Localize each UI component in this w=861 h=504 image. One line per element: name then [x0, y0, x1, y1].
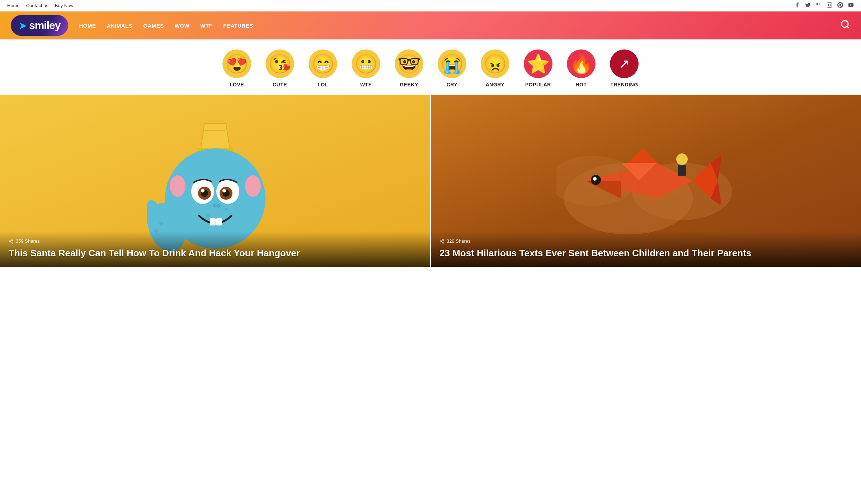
- svg-point-25: [213, 204, 216, 208]
- nav-wtf[interactable]: WTF: [200, 23, 212, 29]
- hero-left-title: This Santa Really Can Tell How To Drink …: [9, 247, 422, 260]
- svg-point-26: [216, 204, 220, 208]
- svg-point-32: [159, 222, 164, 226]
- hero-right-shares-count: 329 Shares: [447, 238, 471, 244]
- svg-point-2: [828, 4, 830, 6]
- svg-point-34: [12, 239, 13, 241]
- hero-left-shares-count: 359 Shares: [16, 238, 40, 244]
- pinterest-icon[interactable]: [837, 2, 843, 9]
- svg-point-36: [12, 242, 13, 243]
- svg-line-38: [10, 240, 12, 241]
- hero-right-overlay: 329 Shares 23 Most Hilarious Texts Ever …: [431, 231, 861, 267]
- hero-right-title: 23 Most Hilarious Texts Ever Sent Betwee…: [439, 247, 852, 260]
- svg-point-13: [206, 214, 211, 219]
- hero-card-left[interactable]: 359 Shares This Santa Really Can Tell Ho…: [0, 95, 431, 267]
- paper-fish-illustration: [556, 127, 736, 234]
- search-icon[interactable]: [840, 19, 850, 32]
- svg-rect-27: [210, 218, 216, 225]
- category-angry[interactable]: 😠 ANGRY: [481, 49, 509, 87]
- site-logo[interactable]: ➤ smiley: [11, 15, 68, 36]
- category-cry[interactable]: 😭 CRY: [438, 49, 466, 87]
- category-wtf[interactable]: 😬 WTF: [352, 49, 380, 87]
- hero-left-overlay: 359 Shares This Santa Really Can Tell Ho…: [0, 231, 430, 267]
- wtf-label: WTF: [360, 82, 372, 87]
- trending-emoji: ↗: [610, 49, 639, 78]
- lol-label: LOL: [317, 82, 328, 87]
- angry-emoji: 😠: [481, 49, 509, 78]
- twitter-icon[interactable]: [805, 2, 811, 9]
- emoji-strip: 😍 LOVE 😘 CUTE 😁 LOL 😬 WTF 🤓 GEEKY 😭 CRY …: [0, 39, 861, 95]
- googleplus-icon[interactable]: G+: [816, 2, 822, 9]
- category-geeky[interactable]: 🤓 GEEKY: [395, 49, 423, 87]
- geeky-emoji: 🤓: [395, 49, 423, 78]
- nav-games[interactable]: GAMES: [143, 23, 164, 29]
- svg-point-57: [443, 242, 444, 243]
- svg-point-14: [224, 208, 228, 211]
- popular-label: POPULAR: [525, 82, 551, 87]
- nav-features[interactable]: FEATURES: [223, 23, 253, 29]
- hot-emoji: 🔥: [567, 49, 596, 78]
- nav-home[interactable]: HOME: [79, 23, 96, 29]
- angry-label: ANGRY: [486, 82, 505, 87]
- svg-text:G+: G+: [816, 3, 820, 6]
- top-bar-social: G+: [794, 2, 854, 9]
- svg-point-23: [201, 189, 204, 192]
- hero-section: 359 Shares This Santa Really Can Tell Ho…: [0, 95, 861, 267]
- svg-rect-54: [678, 165, 686, 176]
- svg-point-35: [9, 241, 11, 242]
- popular-emoji: ⭐: [524, 49, 552, 78]
- svg-point-53: [676, 153, 688, 165]
- nav-animals[interactable]: ANIMALS: [107, 23, 132, 29]
- svg-marker-48: [628, 148, 657, 163]
- svg-point-55: [443, 239, 444, 241]
- main-nav: HOME ANIMALS GAMES WOW WTF FEATURES: [79, 23, 829, 29]
- site-header: ➤ smiley HOME ANIMALS GAMES WOW WTF FEAT…: [0, 11, 861, 39]
- top-bar-nav: Home Contact us Buy Now: [7, 3, 74, 8]
- category-trending[interactable]: ↗ TRENDING: [610, 49, 639, 87]
- category-popular[interactable]: ⭐ POPULAR: [524, 49, 552, 87]
- cry-label: CRY: [447, 82, 458, 87]
- svg-point-50: [593, 177, 597, 181]
- svg-point-3: [831, 4, 831, 4]
- cry-emoji: 😭: [438, 49, 466, 78]
- facebook-icon[interactable]: [794, 2, 800, 9]
- wtf-emoji: 😬: [352, 49, 380, 78]
- nav-wow[interactable]: WOW: [175, 23, 189, 29]
- category-hot[interactable]: 🔥 HOT: [567, 49, 596, 87]
- hero-card-right[interactable]: 329 Shares 23 Most Hilarious Texts Ever …: [431, 95, 861, 267]
- svg-point-56: [440, 241, 442, 242]
- topnav-home[interactable]: Home: [7, 3, 20, 8]
- topnav-contact[interactable]: Contact us: [26, 3, 48, 8]
- category-cute[interactable]: 😘 CUTE: [265, 49, 294, 87]
- svg-point-15: [170, 175, 185, 197]
- love-emoji: 😍: [222, 49, 251, 78]
- svg-line-37: [10, 242, 12, 242]
- cute-label: CUTE: [273, 82, 287, 87]
- svg-line-59: [441, 240, 443, 241]
- svg-line-6: [847, 26, 849, 28]
- youtube-icon[interactable]: [848, 2, 854, 9]
- top-bar: Home Contact us Buy Now G+: [0, 0, 861, 11]
- love-label: LOVE: [230, 82, 244, 87]
- svg-point-24: [222, 189, 226, 192]
- topnav-buynow[interactable]: Buy Now: [55, 3, 74, 8]
- hero-right-shares: 329 Shares: [439, 238, 852, 244]
- logo-arrow-icon: ➤: [19, 20, 27, 32]
- geeky-label: GEEKY: [400, 82, 418, 87]
- svg-rect-1: [827, 3, 832, 7]
- svg-point-5: [842, 20, 848, 27]
- svg-line-58: [441, 242, 443, 242]
- hot-label: HOT: [575, 82, 587, 87]
- trending-label: TRENDING: [610, 82, 638, 87]
- logo-text: smiley: [29, 19, 60, 32]
- category-love[interactable]: 😍 LOVE: [222, 49, 251, 87]
- cute-emoji: 😘: [265, 49, 294, 78]
- svg-rect-28: [216, 218, 222, 225]
- category-lol[interactable]: 😁 LOL: [309, 49, 337, 87]
- lol-emoji: 😁: [309, 49, 337, 78]
- svg-point-16: [245, 175, 261, 197]
- instagram-icon[interactable]: [827, 2, 832, 9]
- svg-marker-7: [201, 123, 230, 148]
- hero-left-shares: 359 Shares: [9, 238, 422, 244]
